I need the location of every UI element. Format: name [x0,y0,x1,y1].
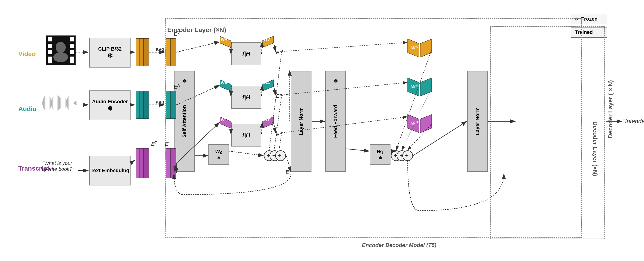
svg-rect-58 [140,91,145,118]
svg-rect-50 [136,38,142,66]
layer-norm-box: Layer Norm [291,71,312,172]
svg-rect-64 [136,148,142,178]
svg-rect-10 [70,59,74,64]
audio-enc-box: Audio Encoder ❄ [89,90,130,120]
svg-rect-5 [48,59,52,64]
decoder-box [490,26,604,239]
frozen-label: Frozen [581,16,598,22]
diagram-container: ❄ Frozen Trained Video Audio Transcript … [0,0,644,261]
self-attn-frozen: ❄ [182,78,187,84]
encoder-layer-label: Encoder Layer (×N) [167,26,226,34]
w0-box: W0 ❄ [208,144,229,165]
svg-rect-52 [143,38,149,66]
svg-text:"Intended": "Intended" [623,118,644,124]
video-label: Video [18,50,36,58]
text-emb-box: Text Embedding [89,156,130,186]
video-ribbon-1 [136,38,149,66]
transcript-quote: "What is your favorite book?" [34,160,80,172]
audio-label: Audio [18,105,36,113]
svg-point-11 [56,42,66,53]
self-attention-box: Self Attention ❄ [174,71,195,172]
clip-box: CLIP B/32 ❄ [89,38,130,68]
svg-rect-7 [70,44,74,48]
w1-box: W1 ❄ [370,144,390,165]
svg-rect-59 [143,91,149,118]
svg-point-12 [53,52,68,62]
fh-video-box: f|H [231,42,261,65]
w0-frozen: ❄ [217,156,220,160]
svg-text:avg.: avg. [156,46,166,52]
fh-audio-box: f|H [231,86,261,109]
svg-rect-8 [70,50,74,54]
svg-rect-51 [140,38,145,66]
w1-frozen: ❄ [378,156,382,160]
layer-norm2-box: Layer Norm [467,71,488,172]
svg-rect-3 [48,50,52,54]
feed-forward-box: Feed Forward ❄ [325,71,346,172]
audio-ribbon-1 [136,91,149,118]
svg-rect-66 [143,148,149,178]
svg-rect-1 [48,37,52,42]
decoder-layer-label: Decoder Layer (×N) [607,80,614,138]
svg-text:ET: ET [151,141,157,147]
svg-line-99 [130,160,135,163]
svg-rect-6 [70,37,74,42]
svg-rect-57 [136,91,142,118]
feed-fwd-frozen: ❄ [332,78,338,84]
svg-rect-65 [140,148,145,178]
transcript-ribbon-1 [136,148,149,178]
svg-text:avg.: avg. [156,99,166,105]
fh-transcript-box: f|H [231,124,261,146]
svg-rect-2 [48,44,52,48]
clip-frozen-icon: ❄ [108,52,113,60]
audio-frozen-icon: ❄ [108,105,113,112]
audio-waveform [39,92,85,114]
film-icon [46,36,76,65]
enc-dec-label: Encoder Decoder Model (T5) [362,242,436,248]
